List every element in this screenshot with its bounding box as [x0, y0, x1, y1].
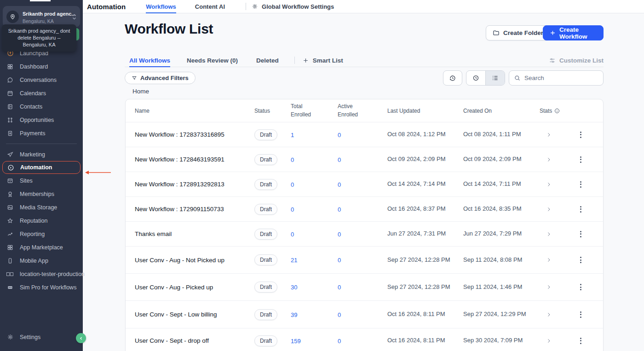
info-icon[interactable]: [554, 108, 560, 114]
total-enrolled-link[interactable]: 1: [291, 132, 294, 138]
chevron-right-icon[interactable]: [540, 284, 558, 290]
table-row[interactable]: Thanks email Draft 0 0 Jun 27 2024, 7:31…: [126, 222, 603, 247]
execution-logs-button[interactable]: [443, 70, 462, 86]
sidebar-item-memberships[interactable]: Memberships: [0, 187, 83, 201]
row-menu-button[interactable]: [558, 154, 603, 166]
table-row[interactable]: User Conv - Aug - Picked up Draft 30 0 S…: [126, 274, 603, 301]
recent-view-button[interactable]: [466, 71, 485, 85]
sidebar-item-conversations[interactable]: Conversations: [0, 73, 83, 86]
workflow-name[interactable]: New Workflow : 1729091150733: [135, 206, 254, 213]
table-row[interactable]: New Workflow : 1728463193591 Draft 0 0 O…: [126, 147, 603, 172]
total-enrolled-link[interactable]: 39: [291, 311, 297, 318]
sidebar-item-location-tester-production[interactable]: location-tester-production: [0, 267, 83, 281]
workflow-name[interactable]: New Workflow : 1728463193591: [135, 156, 254, 163]
sidebar-item-contacts[interactable]: Contacts: [0, 100, 83, 113]
active-enrolled-link[interactable]: 0: [338, 156, 341, 163]
grid-icon: [6, 244, 14, 251]
workflow-name[interactable]: New Workflow : 1728913292813: [135, 181, 254, 188]
breadcrumb[interactable]: Home: [132, 88, 149, 95]
total-enrolled-link[interactable]: 0: [291, 206, 294, 213]
chevron-right-icon[interactable]: [540, 182, 558, 187]
active-enrolled-link[interactable]: 0: [338, 231, 341, 238]
sidebar-item-settings[interactable]: Settings: [0, 330, 83, 344]
table-row[interactable]: User Conv - Sept - Low billing Draft 39 …: [126, 301, 603, 328]
chevron-right-icon[interactable]: [540, 257, 558, 263]
list-view-button[interactable]: [485, 71, 505, 85]
sidebar-item-label: location-tester-production: [20, 271, 85, 277]
sidebar-item-reporting[interactable]: Reporting: [0, 227, 83, 241]
workflow-name[interactable]: User Conv - Aug - Not Picked up: [135, 257, 254, 264]
active-enrolled-link[interactable]: 0: [338, 338, 341, 345]
active-enrolled-link[interactable]: 0: [338, 206, 341, 213]
total-enrolled-link[interactable]: 21: [291, 257, 297, 264]
table-row[interactable]: New Workflow : 1728373316895 Draft 1 0 O…: [126, 122, 603, 147]
chevron-right-icon[interactable]: [540, 338, 558, 344]
active-enrolled-link[interactable]: 0: [338, 132, 341, 138]
total-enrolled-link[interactable]: 0: [291, 181, 294, 188]
list-tabs: All Workflows Needs Review (0) Deleted S…: [125, 54, 604, 67]
chevron-right-icon[interactable]: [540, 157, 558, 162]
sidebar-item-mobile-app[interactable]: Mobile App: [0, 254, 83, 267]
sidebar-item-media-storage[interactable]: Media Storage: [0, 201, 83, 214]
row-menu-button[interactable]: [558, 178, 603, 190]
sidebar-item-marketing[interactable]: Marketing: [0, 148, 83, 161]
sidebar-item-app-marketplace[interactable]: App Marketplace: [0, 241, 83, 254]
table-row[interactable]: New Workflow : 1729091150733 Draft 0 0 O…: [126, 197, 603, 222]
active-enrolled-link[interactable]: 0: [338, 284, 341, 291]
last-updated: Sep 27 2024, 12:28 PM: [387, 256, 463, 264]
search-field: [509, 70, 604, 86]
plus-icon: [550, 30, 556, 36]
workflow-name[interactable]: New Workflow : 1728373316895: [135, 131, 254, 138]
create-workflow-button[interactable]: Create Workflow: [543, 25, 604, 40]
customize-list-button[interactable]: Customize List: [549, 54, 604, 67]
total-enrolled-link[interactable]: 0: [291, 231, 294, 238]
logo-placeholder: [30, 0, 51, 1]
row-menu-button[interactable]: [558, 281, 603, 293]
total-enrolled-link[interactable]: 30: [291, 284, 297, 291]
global-workflow-settings-button[interactable]: Global Workflow Settings: [252, 3, 334, 10]
create-folder-button[interactable]: Create Folder: [486, 25, 550, 40]
tab-content-ai[interactable]: Content AI: [195, 0, 225, 13]
sidebar-item-calendars[interactable]: Calendars: [0, 86, 83, 100]
workflow-name[interactable]: Thanks email: [135, 230, 254, 237]
chevron-right-icon[interactable]: [540, 312, 558, 317]
tab-all-workflows[interactable]: All Workflows: [129, 54, 170, 67]
smart-list-button[interactable]: Smart List: [303, 57, 343, 64]
tab-deleted[interactable]: Deleted: [256, 54, 279, 67]
row-menu-button[interactable]: [558, 228, 603, 240]
page-section-title: Automation: [87, 3, 126, 11]
total-enrolled-link[interactable]: 159: [291, 338, 301, 345]
table-row[interactable]: New Workflow : 1728913292813 Draft 0 0 O…: [126, 172, 603, 197]
row-menu-button[interactable]: [558, 203, 603, 215]
table-row[interactable]: User Conv - Sept - drop off Draft 159 0 …: [126, 328, 603, 351]
table-row[interactable]: User Conv - Aug - Not Picked up Draft 21…: [126, 247, 603, 274]
tab-workflows[interactable]: Workflows: [146, 0, 176, 13]
workflow-name[interactable]: User Conv - Aug - Picked up: [135, 284, 254, 291]
sidebar-item-dashboard[interactable]: Dashboard: [0, 60, 83, 73]
chevron-right-icon[interactable]: [540, 132, 558, 138]
sidebar-item-sites[interactable]: Sites: [0, 174, 83, 187]
chevron-right-icon[interactable]: [540, 207, 558, 212]
sidebar-item-sim-pro-for-workflows[interactable]: Sim Pro for Workflows: [0, 281, 83, 294]
active-enrolled-link[interactable]: 0: [338, 181, 341, 188]
sidebar-item-opportunities[interactable]: Opportunities: [0, 113, 83, 127]
sidebar-item-reputation[interactable]: Reputation: [0, 214, 83, 227]
active-enrolled-link[interactable]: 0: [338, 257, 341, 264]
row-menu-button[interactable]: [558, 309, 603, 321]
row-menu-button[interactable]: [558, 335, 603, 347]
created-on: Sep 30 2024, 7:09 PM: [463, 337, 540, 345]
workflow-name[interactable]: User Conv - Sept - drop off: [135, 337, 254, 344]
workflow-name[interactable]: User Conv - Sept - Low billing: [135, 311, 254, 318]
total-enrolled-link[interactable]: 0: [291, 156, 294, 163]
search-input[interactable]: [524, 75, 606, 81]
sidebar-collapse-button[interactable]: [76, 333, 86, 343]
sidebar-item-automation[interactable]: Automation: [2, 161, 80, 174]
advanced-filters-button[interactable]: Advanced Filters: [125, 72, 196, 84]
tab-needs-review[interactable]: Needs Review (0): [187, 54, 238, 67]
sidebar-item-payments[interactable]: Payments: [0, 127, 83, 140]
active-enrolled-link[interactable]: 0: [338, 311, 341, 318]
row-menu-button[interactable]: [558, 254, 603, 266]
chevron-right-icon[interactable]: [540, 231, 558, 237]
sidebar: Srikanth prod agenc... Bengaluru, KA Sri…: [0, 0, 83, 351]
row-menu-button[interactable]: [558, 129, 603, 141]
